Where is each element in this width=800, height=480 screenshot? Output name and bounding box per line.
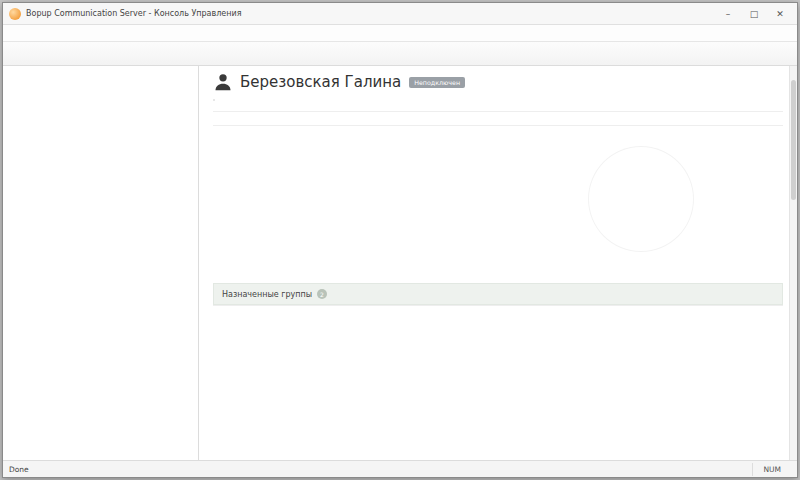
- status-text: Done: [9, 465, 752, 474]
- toolbar: [3, 42, 797, 66]
- bar-chart: [219, 145, 498, 271]
- pie-chart-panel: [498, 136, 783, 271]
- assigned-groups-title: Назначенные группы: [222, 290, 312, 299]
- connection-status-badge: Неподключен: [409, 77, 465, 88]
- assigned-groups-header: Назначенные группы 2: [213, 283, 783, 305]
- main-panel: Березовская Галина Неподключен: [199, 66, 797, 460]
- menu-bar: [3, 25, 797, 42]
- scrollbar-thumb[interactable]: [791, 80, 796, 200]
- app-window: Bopup Communication Server - Консоль Упр…: [2, 2, 798, 478]
- num-lock-indicator: NUM: [752, 463, 791, 476]
- navigation-tree: [3, 66, 199, 460]
- groups-count-badge: 2: [317, 289, 327, 299]
- status-bar: Done NUM: [3, 460, 797, 477]
- window-title: Bopup Communication Server - Консоль Упр…: [26, 9, 715, 18]
- user-properties: [213, 111, 783, 126]
- groups-table: [213, 305, 783, 306]
- assigned-groups-section: Назначенные группы 2: [213, 283, 783, 306]
- action-button-group: [213, 99, 215, 101]
- app-icon: [9, 8, 21, 20]
- maximize-button[interactable]: □: [741, 5, 767, 23]
- vertical-scrollbar[interactable]: [789, 66, 797, 460]
- user-avatar-icon: [213, 72, 233, 92]
- close-button[interactable]: ✕: [767, 5, 793, 23]
- pie-chart: [588, 146, 694, 252]
- page-title: Березовская Галина: [240, 73, 401, 91]
- bar-chart-panel: [213, 136, 498, 271]
- title-bar[interactable]: Bopup Communication Server - Консоль Упр…: [3, 3, 797, 25]
- minimize-button[interactable]: –: [715, 5, 741, 23]
